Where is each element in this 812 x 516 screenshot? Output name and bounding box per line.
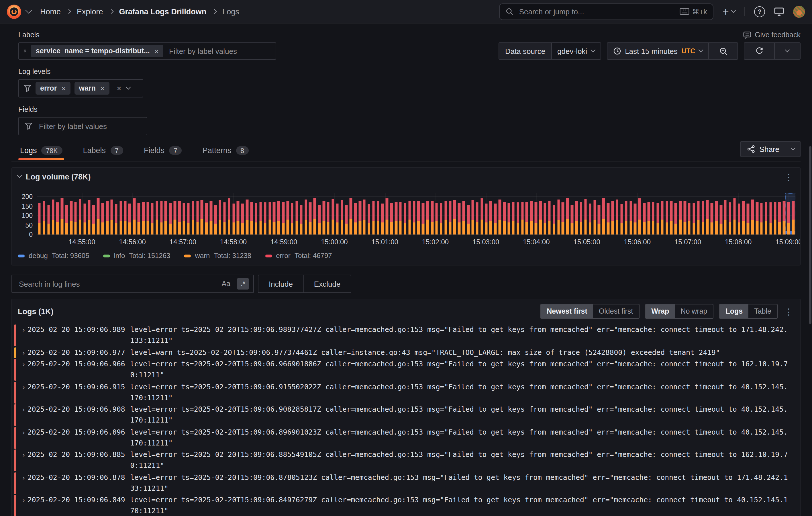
log-message: level=error ts=2025-02-20T15:09:06.91550…	[130, 382, 795, 403]
log-timestamp: 2025-02-20 15:09:06.896	[28, 427, 125, 438]
breadcrumb-separator-icon	[212, 9, 217, 14]
view-table[interactable]: Table	[748, 304, 777, 318]
panel-menu-icon[interactable]: ⋮	[783, 307, 794, 316]
tab-logs[interactable]: Logs78K	[18, 143, 64, 161]
search-icon	[505, 7, 514, 16]
remove-chip-icon[interactable]: ×	[154, 47, 159, 55]
tabs-bar: Logs78K Labels7 Fields7 Patterns8 Share	[11, 141, 801, 162]
global-search[interactable]: ⌘+k	[499, 3, 714, 20]
log-row[interactable]: › 2025-02-20 15:09:06.885 level=error ts…	[14, 450, 795, 471]
news-monitor-icon[interactable]	[774, 7, 784, 16]
expand-row-icon[interactable]: ›	[20, 427, 28, 438]
label-filter-chip[interactable]: service_name = tempo-distribut... ×	[31, 45, 163, 57]
wrap-on[interactable]: Wrap	[645, 304, 675, 318]
share-button[interactable]: Share	[741, 142, 786, 157]
log-timestamp: 2025-02-20 15:09:06.977	[28, 347, 125, 358]
log-timestamp: 2025-02-20 15:09:06.878	[28, 472, 125, 483]
datasource-picker: Data source gdev-loki	[499, 43, 601, 60]
tab-count-badge: 78K	[41, 146, 62, 155]
breadcrumb-home[interactable]: Home	[40, 7, 61, 16]
expand-row-icon[interactable]: ›	[20, 472, 28, 483]
expand-row-icon[interactable]: ›	[20, 325, 28, 335]
legend-item-warn[interactable]: warnTotal: 31238	[184, 252, 251, 260]
labels-filter-box[interactable]: service_name = tempo-distribut... ×	[18, 43, 276, 60]
include-button[interactable]: Include	[258, 275, 303, 292]
expand-row-icon[interactable]: ›	[20, 404, 28, 415]
log-level-indicator	[14, 347, 16, 358]
search-input[interactable]	[518, 7, 675, 16]
log-timestamp: 2025-02-20 15:09:06.989	[28, 325, 125, 335]
log-row[interactable]: › 2025-02-20 15:09:06.878 level=error ts…	[14, 472, 795, 494]
level-chip-warn[interactable]: warn ×	[75, 82, 110, 94]
refresh-interval-dropdown[interactable]	[774, 43, 800, 59]
fields-filter-box[interactable]	[18, 117, 147, 135]
chevron-down-icon	[731, 8, 736, 13]
label-values-input[interactable]	[168, 46, 271, 56]
remove-chip-icon[interactable]: ×	[61, 85, 66, 92]
level-chip-error[interactable]: error ×	[35, 82, 70, 94]
panel-menu-icon[interactable]: ⋮	[783, 172, 794, 181]
filter-funnel-icon	[24, 84, 31, 92]
datasource-select[interactable]: gdev-loki	[551, 43, 600, 59]
fields-values-input[interactable]	[38, 121, 141, 131]
breadcrumb-explore[interactable]: Explore	[77, 7, 103, 16]
refresh-button[interactable]	[744, 43, 774, 59]
org-switcher-chevron-icon[interactable]	[26, 7, 32, 14]
log-level-indicator	[14, 450, 16, 471]
expand-row-icon[interactable]: ›	[20, 359, 28, 370]
log-levels-filter-box[interactable]: error × warn × ×	[18, 79, 143, 98]
regex-toggle[interactable]: .*	[237, 278, 249, 290]
legend-color-pill	[265, 254, 272, 257]
exclude-button[interactable]: Exclude	[303, 275, 351, 292]
expand-row-icon[interactable]: ›	[20, 450, 28, 460]
log-line-search-input[interactable]	[18, 279, 214, 289]
grafana-logo[interactable]	[7, 4, 21, 19]
log-level-indicator	[14, 359, 16, 381]
divider	[744, 7, 745, 16]
expand-row-icon[interactable]: ›	[20, 495, 28, 506]
chevron-down-icon[interactable]	[126, 85, 130, 90]
sort-oldest-first[interactable]: Oldest first	[593, 304, 639, 318]
breadcrumb: Home Explore Grafana Logs Drilldown Logs	[40, 7, 239, 16]
tab-count-badge: 8	[236, 146, 249, 155]
tab-labels[interactable]: Labels7	[81, 143, 125, 161]
expand-row-icon[interactable]: ›	[20, 382, 28, 392]
user-avatar[interactable]	[793, 5, 805, 18]
view-logs[interactable]: Logs	[720, 304, 749, 318]
volume-chart-plot[interactable]	[37, 193, 795, 235]
log-row[interactable]: › 2025-02-20 15:09:06.966 level=error ts…	[14, 359, 795, 381]
legend-item-debug[interactable]: debugTotal: 93605	[18, 252, 89, 260]
zoom-out-button[interactable]	[708, 43, 737, 59]
breadcrumb-logs[interactable]: Logs	[222, 7, 239, 16]
new-menu-button[interactable]: +	[723, 6, 735, 17]
tab-fields[interactable]: Fields7	[142, 143, 184, 161]
log-line-search-box[interactable]: Aa .*	[11, 275, 254, 293]
page-scrollbar[interactable]	[809, 146, 811, 324]
expand-row-icon[interactable]: ›	[20, 347, 28, 358]
log-row[interactable]: › 2025-02-20 15:09:06.908 level=error ts…	[14, 404, 795, 426]
wrap-off[interactable]: No wrap	[675, 304, 713, 318]
give-feedback-button[interactable]: Give feedback	[743, 31, 801, 39]
log-row[interactable]: › 2025-02-20 15:09:06.915 level=error ts…	[14, 382, 795, 403]
chevron-down-icon	[590, 48, 596, 52]
log-row[interactable]: › 2025-02-20 15:09:06.977 level=warn ts=…	[14, 347, 795, 358]
log-level-indicator	[14, 404, 16, 426]
legend-item-info[interactable]: infoTotal: 151263	[103, 252, 171, 260]
case-sensitivity-toggle[interactable]: Aa	[219, 279, 233, 289]
chevron-down-icon	[699, 48, 703, 52]
sort-newest-first[interactable]: Newest first	[541, 304, 593, 318]
log-row[interactable]: › 2025-02-20 15:09:06.849 level=error ts…	[14, 495, 795, 516]
share-dropdown-button[interactable]	[786, 142, 800, 157]
breadcrumb-logs-drilldown[interactable]: Grafana Logs Drilldown	[119, 7, 207, 16]
tab-patterns[interactable]: Patterns8	[201, 143, 251, 161]
help-button[interactable]: ?	[754, 6, 765, 17]
clear-all-icon[interactable]: ×	[117, 84, 121, 93]
view-mode-toggle: Logs Table	[720, 304, 778, 319]
log-message: level=error ts=2025-02-20T15:09:06.88554…	[130, 450, 795, 471]
legend-item-error[interactable]: errorTotal: 46797	[265, 252, 332, 260]
collapse-panel-icon[interactable]	[17, 173, 22, 178]
log-row[interactable]: › 2025-02-20 15:09:06.989 level=error ts…	[14, 325, 795, 346]
remove-chip-icon[interactable]: ×	[100, 85, 105, 92]
time-range-button[interactable]: Last 15 minutes UTC	[607, 43, 708, 59]
log-row[interactable]: › 2025-02-20 15:09:06.896 level=error ts…	[14, 427, 795, 449]
